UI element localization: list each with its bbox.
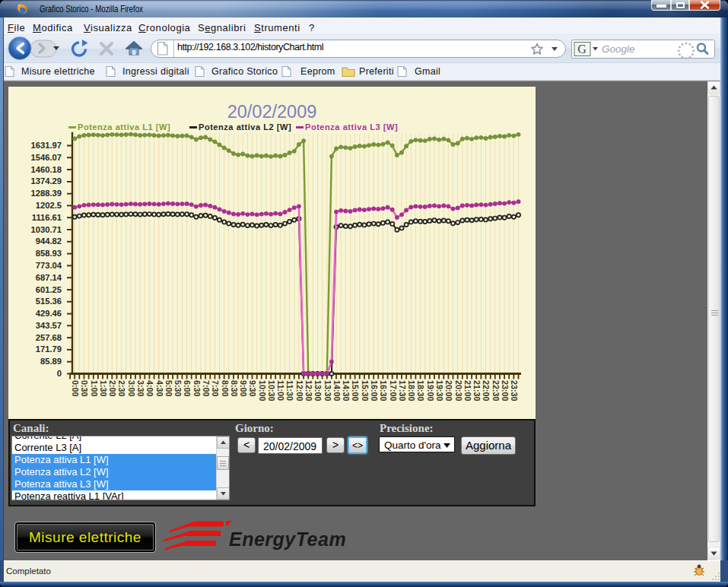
svg-text:257.68: 257.68 — [36, 333, 62, 342]
svg-text:85.89: 85.89 — [40, 357, 62, 366]
svg-text:8:30: 8:30 — [230, 380, 239, 397]
svg-text:22:30: 22:30 — [491, 380, 501, 401]
svg-text:1374.29: 1374.29 — [31, 176, 62, 186]
svg-text:12:00: 12:00 — [295, 380, 304, 401]
svg-text:21:30: 21:30 — [472, 380, 482, 401]
svg-text:0:00: 0:00 — [71, 380, 80, 397]
svg-text:10:00: 10:00 — [258, 380, 267, 401]
svg-text:1:30: 1:30 — [99, 380, 108, 397]
svg-text:3:00: 3:00 — [127, 380, 136, 397]
svg-text:23:30: 23:30 — [510, 380, 519, 401]
svg-text:20:30: 20:30 — [454, 380, 463, 401]
svg-text:11:00: 11:00 — [276, 380, 285, 401]
svg-text:17:00: 17:00 — [389, 380, 398, 401]
svg-text:16:30: 16:30 — [379, 380, 388, 401]
svg-text:1288.39: 1288.39 — [31, 189, 62, 198]
svg-text:773.04: 773.04 — [36, 261, 62, 270]
svg-text:944.82: 944.82 — [36, 236, 62, 246]
svg-text:16:00: 16:00 — [370, 380, 379, 401]
svg-text:2:30: 2:30 — [117, 380, 126, 397]
svg-text:14:00: 14:00 — [332, 380, 342, 401]
svg-text:21:00: 21:00 — [463, 380, 472, 401]
svg-text:11:30: 11:30 — [285, 380, 294, 401]
svg-text:19:30: 19:30 — [435, 380, 444, 401]
svg-text:2:00: 2:00 — [108, 380, 117, 397]
svg-text:8:00: 8:00 — [221, 380, 230, 397]
svg-text:515.36: 515.36 — [36, 297, 62, 306]
svg-text:10:30: 10:30 — [267, 380, 276, 401]
svg-text:13:00: 13:00 — [313, 380, 323, 401]
svg-text:171.79: 171.79 — [36, 344, 62, 354]
svg-text:1460.18: 1460.18 — [31, 165, 62, 174]
svg-text:687.14: 687.14 — [36, 273, 62, 282]
svg-text:18:30: 18:30 — [416, 380, 425, 401]
svg-text:18:00: 18:00 — [407, 380, 416, 401]
svg-text:5:00: 5:00 — [164, 380, 173, 397]
svg-text:20:00: 20:00 — [444, 380, 453, 401]
svg-text:5:30: 5:30 — [173, 380, 183, 397]
svg-text:343.57: 343.57 — [36, 321, 62, 330]
svg-text:1631.97: 1631.97 — [31, 141, 62, 150]
svg-text:3:30: 3:30 — [136, 380, 145, 397]
svg-text:14:30: 14:30 — [342, 380, 351, 401]
svg-text:0:30: 0:30 — [80, 380, 89, 397]
svg-text:1546.07: 1546.07 — [31, 153, 62, 162]
svg-text:G: G — [577, 43, 587, 56]
svg-text:1:00: 1:00 — [90, 380, 99, 397]
svg-text:22:00: 22:00 — [482, 380, 491, 401]
svg-text:1202.5: 1202.5 — [36, 201, 62, 210]
svg-text:858.93: 858.93 — [36, 249, 62, 258]
svg-text:Google: Google — [602, 43, 635, 55]
svg-text:4:00: 4:00 — [145, 380, 154, 397]
svg-text:9:30: 9:30 — [248, 380, 257, 397]
svg-text:6:00: 6:00 — [183, 380, 192, 397]
svg-text:6:30: 6:30 — [192, 380, 202, 397]
svg-text:1030.71: 1030.71 — [31, 225, 62, 234]
svg-text:19:00: 19:00 — [426, 380, 435, 401]
svg-text:9:00: 9:00 — [239, 380, 248, 397]
svg-text:4:30: 4:30 — [155, 380, 164, 397]
svg-text:601.25: 601.25 — [36, 285, 62, 294]
svg-text:429.46: 429.46 — [36, 309, 62, 318]
svg-text:7:30: 7:30 — [211, 380, 220, 397]
svg-text:15:00: 15:00 — [351, 380, 360, 401]
svg-text:23:00: 23:00 — [501, 380, 510, 401]
svg-text:15:30: 15:30 — [361, 380, 370, 401]
svg-text:0: 0 — [57, 369, 62, 378]
svg-text:1116.61: 1116.61 — [32, 213, 62, 222]
svg-text:7:00: 7:00 — [202, 380, 211, 397]
svg-text:13:30: 13:30 — [323, 380, 332, 401]
svg-text:17:30: 17:30 — [398, 380, 407, 401]
svg-text:12:30: 12:30 — [304, 380, 313, 401]
